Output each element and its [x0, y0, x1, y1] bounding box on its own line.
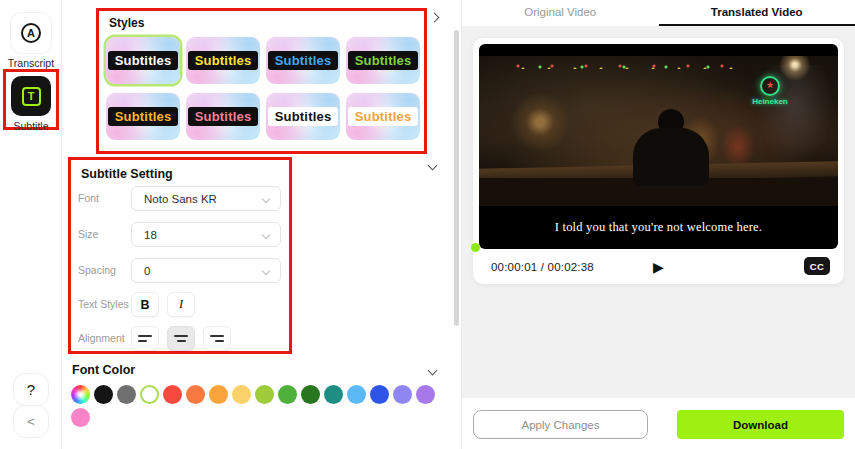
style-tile-label: Subtitles	[268, 107, 339, 126]
color-swatch-gray[interactable]	[117, 385, 136, 404]
collapse-panel-button[interactable]: <	[13, 405, 49, 438]
italic-icon: I	[179, 297, 183, 312]
apply-changes-button[interactable]: Apply Changes	[473, 410, 648, 439]
color-swatch-white-selected[interactable]	[140, 385, 159, 404]
align-center-button[interactable]	[167, 326, 195, 351]
color-swatch-dark-green[interactable]	[301, 385, 320, 404]
action-footer: Apply Changes Download	[462, 398, 855, 449]
color-swatch-pink[interactable]	[71, 408, 90, 427]
spacing-select-value: 0	[144, 265, 263, 277]
download-button[interactable]: Download	[677, 410, 844, 439]
video-preview-panel: Original Video Translated Video ★ Heinek…	[461, 0, 855, 449]
style-tile[interactable]: Subtitles	[186, 93, 260, 140]
styles-panel-title: Styles	[109, 16, 144, 30]
tab-translated-video[interactable]: Translated Video	[659, 0, 855, 26]
cc-button[interactable]: CC	[804, 257, 830, 275]
color-swatch-teal[interactable]	[324, 385, 343, 404]
video-scene-bar-interior: ★ Heineken	[479, 56, 838, 206]
chevron-down-icon	[262, 266, 270, 274]
app-window: A Transcript T Subtitle ? < Styles Subti…	[0, 0, 855, 449]
italic-button[interactable]: I	[167, 292, 195, 317]
color-swatch-yellow-green[interactable]	[255, 385, 274, 404]
align-center-icon	[174, 335, 188, 342]
style-tile-label: Subtitles	[188, 107, 259, 126]
video-subtitle-text: I told you that you're not welcome here.	[479, 220, 838, 235]
spacing-select[interactable]: 0	[131, 258, 281, 283]
color-swatch-orange[interactable]	[209, 385, 228, 404]
font-color-title: Font Color	[72, 363, 135, 377]
size-select-value: 18	[144, 229, 263, 241]
nav-item-subtitle[interactable]: T Subtitle	[0, 76, 62, 132]
bold-icon: B	[140, 298, 149, 312]
color-swatch-blue[interactable]	[370, 385, 389, 404]
style-tile-label: Subtitles	[188, 51, 259, 70]
chevron-down-icon	[262, 230, 270, 238]
circled-a-icon: A	[21, 23, 41, 43]
color-picker-swatch[interactable]	[71, 385, 90, 404]
style-tile-label: Subtitles	[108, 51, 179, 70]
neon-sign-text: Heineken	[752, 97, 788, 106]
color-swatch-light-yellow[interactable]	[232, 385, 251, 404]
font-select[interactable]: Noto Sans KR	[131, 186, 281, 211]
styles-expand-chevron-icon[interactable]	[430, 13, 440, 23]
subtitle-label: Subtitle	[0, 120, 62, 132]
tab-original-video[interactable]: Original Video	[462, 0, 659, 26]
color-swatch-green[interactable]	[278, 385, 297, 404]
style-tile-label: Subtitles	[348, 107, 419, 126]
style-tile[interactable]: Subtitles	[266, 93, 340, 140]
neon-ring-star-icon: ★	[760, 76, 780, 96]
bold-button[interactable]: B	[131, 292, 159, 317]
align-right-icon	[210, 335, 224, 342]
alignment-label: Alignment	[78, 332, 125, 344]
t-glyph-icon: T	[22, 87, 41, 106]
color-swatch-sky-blue[interactable]	[347, 385, 366, 404]
left-nav-rail: A Transcript T Subtitle ? <	[0, 0, 62, 449]
size-select[interactable]: 18	[131, 222, 281, 247]
style-tile-label: Subtitles	[268, 51, 339, 70]
style-tile-label: Subtitles	[348, 51, 419, 70]
style-tile-label: Subtitles	[108, 107, 179, 126]
font-color-swatches	[71, 385, 449, 427]
styles-panel: Styles Subtitles Subtitles Subtitles Sub…	[96, 8, 427, 154]
color-swatch-orange-red[interactable]	[186, 385, 205, 404]
preview-background: ★ Heineken I told you that you're not we…	[462, 26, 855, 398]
player-controls: 00:00:01 / 00:02:38 ▶ CC	[473, 249, 844, 284]
video-frame[interactable]: ★ Heineken I told you that you're not we…	[479, 44, 838, 249]
nav-item-transcript[interactable]: A Transcript	[0, 13, 62, 69]
subtitle-icon: T	[11, 76, 51, 116]
color-swatch-periwinkle[interactable]	[393, 385, 412, 404]
transcript-label: Transcript	[0, 57, 62, 69]
font-field-label: Font	[78, 192, 99, 204]
video-tabbar: Original Video Translated Video	[462, 0, 855, 26]
style-tile[interactable]: Subtitles	[266, 37, 340, 84]
string-lights	[501, 61, 745, 69]
style-tile[interactable]: Subtitles	[106, 37, 180, 84]
color-swatch-red[interactable]	[163, 385, 182, 404]
transcript-icon: A	[11, 13, 51, 53]
heineken-neon-sign: ★ Heineken	[752, 76, 788, 106]
text-styles-label: Text Styles	[78, 298, 129, 310]
help-button[interactable]: ?	[13, 373, 49, 406]
align-left-button[interactable]	[131, 326, 159, 351]
video-player-card: ★ Heineken I told you that you're not we…	[473, 38, 844, 284]
play-button[interactable]: ▶	[653, 259, 664, 275]
align-right-button[interactable]	[203, 326, 231, 351]
subtitle-setting-collapse-icon[interactable]	[428, 161, 438, 171]
size-field-label: Size	[78, 228, 98, 240]
color-swatch-purple[interactable]	[416, 385, 435, 404]
subtitle-setting-title: Subtitle Setting	[81, 167, 173, 181]
align-left-icon	[138, 335, 152, 342]
style-tile[interactable]: Subtitles	[346, 37, 420, 84]
style-tile[interactable]: Subtitles	[186, 37, 260, 84]
style-tile[interactable]: Subtitles	[106, 93, 180, 140]
font-select-value: Noto Sans KR	[144, 193, 263, 205]
left-panel-scrollbar[interactable]	[454, 30, 459, 326]
style-tiles-grid: Subtitles Subtitles Subtitles Subtitles …	[106, 37, 420, 140]
style-tile[interactable]: Subtitles	[346, 93, 420, 140]
person-silhouette	[633, 109, 709, 186]
spacing-field-label: Spacing	[78, 264, 116, 276]
color-swatch-black[interactable]	[94, 385, 113, 404]
time-display: 00:00:01 / 00:02:38	[491, 261, 594, 273]
font-color-collapse-icon[interactable]	[428, 366, 438, 376]
chevron-down-icon	[262, 194, 270, 202]
